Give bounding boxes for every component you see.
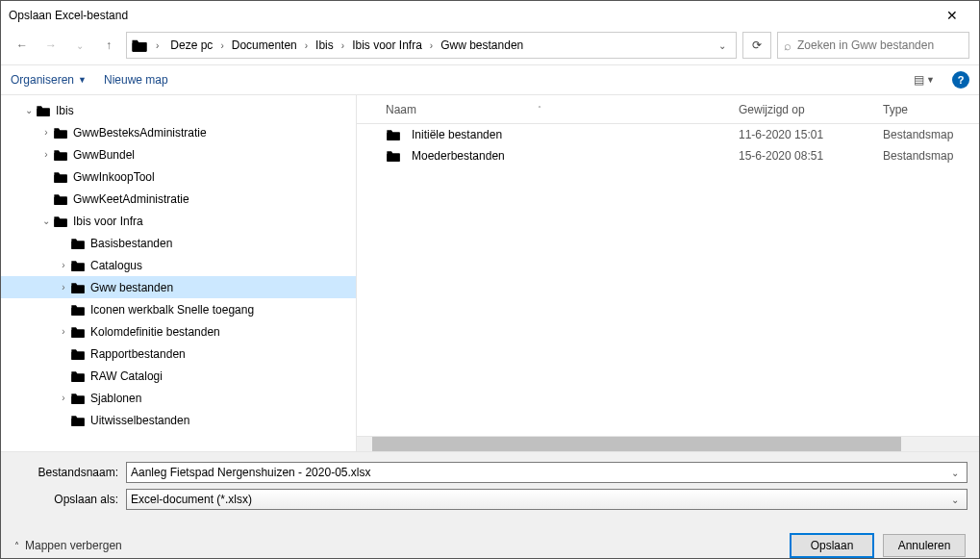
tree-node[interactable]: ›Catalogus	[1, 254, 356, 276]
tree-node-label: Basisbestanden	[90, 237, 172, 250]
folder-icon	[70, 413, 86, 428]
tree-node[interactable]: ›Rapportbestanden	[1, 343, 356, 365]
tree-node-label: Ibis	[56, 104, 74, 117]
new-folder-button[interactable]: Nieuwe map	[104, 73, 168, 87]
tree-node-label: Uitwisselbestanden	[90, 414, 189, 427]
folder-icon	[53, 147, 68, 163]
folder-icon	[70, 258, 86, 273]
caret-closed-icon[interactable]: ›	[57, 282, 70, 292]
filename-input[interactable]	[131, 466, 947, 479]
tree-node[interactable]: ›Uitwisselbestanden	[1, 409, 356, 431]
list-item[interactable]: Initiële bestanden11-6-2020 15:01Bestand…	[357, 124, 979, 145]
folder-icon	[70, 368, 86, 384]
tree-node[interactable]: ⌄Ibis	[1, 99, 356, 121]
chevron-up-icon: ˄	[14, 541, 19, 551]
tree-node-label: Gww bestanden	[90, 281, 173, 294]
caret-closed-icon[interactable]: ›	[39, 127, 53, 138]
horizontal-scrollbar[interactable]	[357, 436, 979, 451]
cancel-button[interactable]: Annuleren	[883, 534, 966, 557]
address-bar[interactable]: › Deze pc›Documenten›Ibis›Ibis voor Infr…	[126, 32, 737, 59]
item-modified: 11-6-2020 15:01	[739, 128, 883, 141]
tree-node-label: Sjablonen	[90, 392, 141, 405]
hide-folders-label: Mappen verbergen	[25, 539, 122, 552]
filename-label: Bestandsnaam:	[13, 466, 118, 479]
caret-closed-icon[interactable]: ›	[57, 326, 70, 337]
recent-locations-button[interactable]: ⌄	[68, 34, 91, 57]
item-type: Bestandsmap	[883, 128, 979, 141]
tree-node[interactable]: ›Iconen werkbalk Snelle toegang	[1, 298, 356, 320]
hide-folders-toggle[interactable]: ˄ Mappen verbergen	[14, 539, 122, 552]
folder-icon	[70, 236, 86, 251]
folder-icon	[386, 127, 401, 142]
filetype-dropdown-icon[interactable]: ⌄	[947, 495, 963, 505]
item-name: Initiële bestanden	[412, 128, 502, 141]
filename-combo[interactable]: ⌄	[126, 462, 967, 483]
filename-dropdown-icon[interactable]: ⌄	[947, 468, 963, 478]
view-list-icon: ▤	[914, 73, 922, 87]
folder-icon	[53, 125, 68, 140]
column-name-header[interactable]: Naam ˄	[386, 103, 739, 116]
folder-icon	[70, 391, 86, 406]
view-options-button[interactable]: ▤ ▼	[914, 73, 935, 87]
chevron-right-icon: ›	[218, 40, 225, 51]
refresh-button[interactable]: ⟳	[742, 32, 771, 59]
address-dropdown[interactable]: ⌄	[713, 40, 732, 51]
tree-node-label: GwwBundel	[73, 148, 135, 162]
chevron-right-icon: ›	[303, 40, 310, 51]
tree-node[interactable]: ›GwwKeetAdministratie	[1, 188, 356, 210]
breadcrumb-segment[interactable]: Deze pc	[166, 37, 216, 54]
caret-open-icon[interactable]: ⌄	[39, 216, 53, 226]
caret-closed-icon[interactable]: ›	[57, 260, 70, 270]
file-list[interactable]: Initiële bestanden11-6-2020 15:01Bestand…	[357, 124, 979, 436]
close-button[interactable]: ✕	[933, 8, 971, 23]
search-icon: ⌕	[784, 38, 792, 53]
tree-node[interactable]: ›Kolomdefinitie bestanden	[1, 320, 356, 343]
chevron-right-icon: ›	[428, 40, 435, 51]
up-button[interactable]: ↑	[97, 34, 120, 57]
tree-node[interactable]: ›GwwBesteksAdministratie	[1, 121, 356, 143]
caret-closed-icon[interactable]: ›	[57, 393, 70, 403]
filetype-value[interactable]	[131, 493, 947, 506]
tree-node[interactable]: ›Sjablonen	[1, 387, 356, 409]
organize-label: Organiseren	[11, 73, 74, 87]
folder-icon	[70, 346, 86, 362]
tree-node[interactable]: ›GwwInkoopTool	[1, 165, 356, 188]
tree-node-label: GwwBesteksAdministratie	[73, 126, 207, 140]
tree-node[interactable]: ›Basisbestanden	[1, 232, 356, 254]
tree-node-label: GwwInkoopTool	[73, 170, 155, 184]
folder-icon	[53, 169, 68, 185]
filetype-combo[interactable]: ⌄	[126, 489, 967, 510]
tree-node-label: RAW Catalogi	[90, 369, 163, 383]
item-name: Moederbestanden	[412, 149, 505, 163]
folder-icon	[70, 324, 86, 340]
breadcrumb-segment[interactable]: Gww bestanden	[437, 37, 527, 54]
breadcrumb-segment[interactable]: Documenten	[228, 37, 301, 54]
tree-node[interactable]: ›RAW Catalogi	[1, 365, 356, 387]
tree-node[interactable]: ⌄Ibis voor Infra	[1, 210, 356, 232]
help-button[interactable]: ?	[952, 71, 969, 89]
column-modified-header[interactable]: Gewijzigd op	[739, 103, 883, 116]
chevron-down-icon: ▼	[926, 75, 935, 85]
search-box[interactable]: ⌕	[777, 32, 969, 59]
item-modified: 15-6-2020 08:51	[739, 149, 883, 163]
folder-icon	[70, 302, 86, 318]
caret-open-icon[interactable]: ⌄	[22, 105, 36, 115]
tree-node-label: Iconen werkbalk Snelle toegang	[90, 303, 254, 317]
tree-node-label: Ibis voor Infra	[73, 215, 143, 228]
breadcrumb-segment[interactable]: Ibis	[312, 37, 338, 54]
tree-node[interactable]: ›GwwBundel	[1, 143, 356, 165]
back-button[interactable]: ←	[11, 34, 34, 57]
folder-icon	[386, 148, 401, 164]
save-button[interactable]: Opslaan	[791, 534, 873, 557]
list-item[interactable]: Moederbestanden15-6-2020 08:51Bestandsma…	[357, 145, 979, 166]
column-type-header[interactable]: Type	[883, 103, 979, 116]
tree-node-label: Rapportbestanden	[90, 347, 186, 361]
tree-node-label: Catalogus	[90, 259, 142, 272]
breadcrumb-segment[interactable]: Ibis voor Infra	[348, 37, 426, 54]
caret-closed-icon[interactable]: ›	[39, 149, 53, 160]
tree-node[interactable]: ›Gww bestanden	[1, 276, 356, 298]
search-input[interactable]	[797, 38, 963, 52]
organize-menu[interactable]: Organiseren ▼	[11, 73, 87, 87]
folder-tree[interactable]: ⌄Ibis›GwwBesteksAdministratie›GwwBundel›…	[1, 95, 357, 451]
forward-button[interactable]: →	[39, 34, 63, 57]
